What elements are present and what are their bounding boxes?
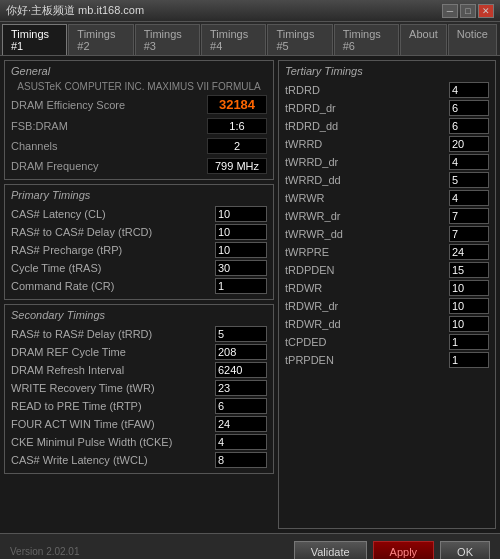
trdwr-select[interactable]: 10 [449,280,489,296]
tab-timings5[interactable]: Timings #5 [267,24,332,55]
channels-row: Channels 2 [11,137,267,155]
twrrd-select[interactable]: 20 [449,136,489,152]
twrwr-dr-select[interactable]: 7 [449,208,489,224]
primary-timings-title: Primary Timings [11,189,267,201]
twrwr-dd-label: tWRWR_dd [285,228,449,240]
tras-label: Cycle Time (tRAS) [11,262,215,274]
bottom-buttons: Validate Apply OK [294,541,490,560]
twrwr-dr-row: tWRWR_dr 7 [285,207,489,225]
trcd-label: RAS# to CAS# Delay (tRCD) [11,226,215,238]
twcl-select[interactable]: 8 [215,452,267,468]
ref-cycle-select[interactable]: 208 [215,344,267,360]
ref-cycle-row: DRAM REF Cycle Time 208 [11,343,267,361]
trcd-row: RAS# to CAS# Delay (tRCD) 10 [11,223,267,241]
trdrd-dd-select[interactable]: 6 [449,118,489,134]
tab-timings1[interactable]: Timings #1 [2,24,67,55]
cr-label: Command Rate (CR) [11,280,215,292]
general-section: General ASUSTeK COMPUTER INC. MAXIMUS VI… [4,60,274,180]
twrrd-dd-select[interactable]: 5 [449,172,489,188]
trdwr-dd-label: tRDWR_dd [285,318,449,330]
tras-select[interactable]: 30 [215,260,267,276]
apply-button[interactable]: Apply [373,541,435,560]
tertiary-timings-title: Tertiary Timings [285,65,489,77]
tcpded-select[interactable]: 1 [449,334,489,350]
trdwr-dd-row: tRDWR_dd 10 [285,315,489,333]
tcke-select[interactable]: 4 [215,434,267,450]
twrrd-label: tWRRD [285,138,449,150]
tprpden-select[interactable]: 1 [449,352,489,368]
tab-timings6[interactable]: Timings #6 [334,24,399,55]
trrd-row: RAS# to RAS# Delay (tRRD) 5 [11,325,267,343]
trdwr-dr-select[interactable]: 10 [449,298,489,314]
title-text: 你好·主板频道 mb.it168.com [6,3,144,18]
trtp-row: READ to PRE Time (tRTP) 6 [11,397,267,415]
twrrd-dd-label: tWRRD_dd [285,174,449,186]
tab-timings2[interactable]: Timings #2 [68,24,133,55]
version-text: Version 2.02.01 [10,546,80,557]
tfaw-row: FOUR ACT WIN Time (tFAW) 24 [11,415,267,433]
trdrd-dd-label: tRDRD_dd [285,120,449,132]
twr-label: WRITE Recovery Time (tWR) [11,382,215,394]
trdrd-dd-row: tRDRD_dd 6 [285,117,489,135]
trdwr-row: tRDWR 10 [285,279,489,297]
secondary-timings-section: Secondary Timings RAS# to RAS# Delay (tR… [4,304,274,474]
trdrd-label: tRDRD [285,84,449,96]
twr-select[interactable]: 23 [215,380,267,396]
twrwr-select[interactable]: 4 [449,190,489,206]
twrrd-dr-label: tWRRD_dr [285,156,449,168]
twrwr-dr-label: tWRWR_dr [285,210,449,222]
trdrd-dr-select[interactable]: 6 [449,100,489,116]
tab-about[interactable]: About [400,24,447,55]
trdpden-select[interactable]: 15 [449,262,489,278]
twrwr-dd-select[interactable]: 7 [449,226,489,242]
ok-button[interactable]: OK [440,541,490,560]
trrd-label: RAS# to RAS# Delay (tRRD) [11,328,215,340]
general-info: ASUSTeK COMPUTER INC. MAXIMUS VII FORMUL… [11,81,267,175]
fsb-dram-row: FSB:DRAM 1:6 [11,117,267,135]
fsb-dram-label: FSB:DRAM [11,120,68,132]
tcke-row: CKE Minimul Pulse Width (tCKE) 4 [11,433,267,451]
tcpded-row: tCPDED 1 [285,333,489,351]
twrrd-dr-row: tWRRD_dr 4 [285,153,489,171]
trdwr-label: tRDWR [285,282,449,294]
twcl-label: CAS# Write Latency (tWCL) [11,454,215,466]
dram-freq-label: DRAM Frequency [11,160,98,172]
tab-notice[interactable]: Notice [448,24,497,55]
trdrd-dr-row: tRDRD_dr 6 [285,99,489,117]
general-title: General [11,65,267,77]
cr-row: Command Rate (CR) 1 [11,277,267,295]
right-panel: Tertiary Timings tRDRD 4 tRDRD_dr 6 tRDR… [278,60,496,529]
trdpden-label: tRDPDEN [285,264,449,276]
twrwr-row: tWRWR 4 [285,189,489,207]
minimize-button[interactable]: ─ [442,4,458,18]
mobo-name: ASUSTeK COMPUTER INC. MAXIMUS VII FORMUL… [11,81,267,92]
tab-timings3[interactable]: Timings #3 [135,24,200,55]
channels-value: 2 [207,138,267,154]
trrd-select[interactable]: 5 [215,326,267,342]
cl-select[interactable]: 10 [215,206,267,222]
tabs-bar: Timings #1 Timings #2 Timings #3 Timings… [0,22,500,56]
validate-button[interactable]: Validate [294,541,367,560]
left-panel: General ASUSTeK COMPUTER INC. MAXIMUS VI… [4,60,274,529]
tab-timings4[interactable]: Timings #4 [201,24,266,55]
tfaw-select[interactable]: 24 [215,416,267,432]
refresh-interval-select[interactable]: 6240 [215,362,267,378]
trcd-select[interactable]: 10 [215,224,267,240]
refresh-interval-label: DRAM Refresh Interval [11,364,215,376]
maximize-button[interactable]: □ [460,4,476,18]
dram-efficiency-row: DRAM Efficiency Score 32184 [11,94,267,115]
trtp-select[interactable]: 6 [215,398,267,414]
trtp-label: READ to PRE Time (tRTP) [11,400,215,412]
close-button[interactable]: ✕ [478,4,494,18]
trdrd-select[interactable]: 4 [449,82,489,98]
twrpre-select[interactable]: 24 [449,244,489,260]
trp-select[interactable]: 10 [215,242,267,258]
trdpden-row: tRDPDEN 15 [285,261,489,279]
trdwr-dd-select[interactable]: 10 [449,316,489,332]
twrrd-row: tWRRD 20 [285,135,489,153]
twrpre-label: tWRPRE [285,246,449,258]
twrrd-dr-select[interactable]: 4 [449,154,489,170]
twrrd-dd-row: tWRRD_dd 5 [285,171,489,189]
cr-select[interactable]: 1 [215,278,267,294]
secondary-timings-title: Secondary Timings [11,309,267,321]
